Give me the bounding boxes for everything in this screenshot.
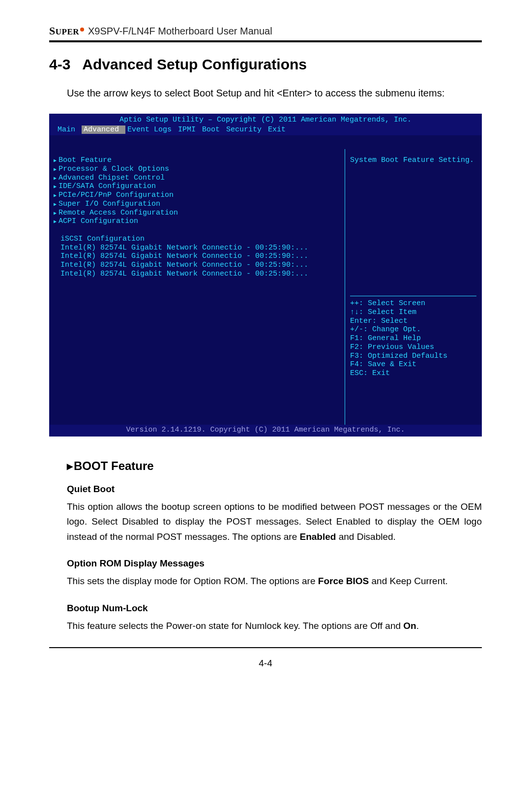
bios-submenu-item[interactable]: IDE/SATA Configuration [53,182,341,191]
page-header: SUPER X9SPV-F/LN4F Motherboard User Manu… [49,25,482,40]
section-number: 4-3 [49,56,70,72]
brand-logo: SUPER [49,25,85,37]
bios-footer-bar: Version 2.14.1219. Copyright (C) 2011 Am… [50,425,481,436]
bios-submenu-item[interactable]: Processor & Clock Options [53,165,341,174]
feature-items: Quiet BootThis option allows the bootup … [49,484,482,633]
bios-submenu-item[interactable]: PCIe/PCI/PnP Configuration [53,191,341,200]
bios-submenu-item[interactable]: Advanced Chipset Control [53,174,341,183]
header-rule [49,40,482,42]
feature-item-body: This feature selects the Power-on state … [67,619,482,633]
bios-right-pane: System Boot Feature Setting. ++: Select … [345,149,481,425]
bios-left-pane: Boot FeatureProcessor & Clock OptionsAdv… [50,149,345,425]
brand-rest: UPER [56,27,79,36]
feature-item-title: Option ROM Display Messages [67,558,482,569]
feature-item-title: Quiet Boot [67,484,482,495]
feature-item-body: This option allows the bootup screen opt… [67,500,482,544]
bios-help-box: ++: Select Screen ↑↓: Select Item Enter:… [350,296,476,377]
brand-initial: S [49,25,56,37]
bios-submenu-item[interactable]: Remote Access Configuration [53,209,341,218]
triangle-icon: ▶ [67,462,73,470]
bios-item-description: System Boot Feature Setting. [350,156,476,165]
bios-body: Boot FeatureProcessor & Clock OptionsAdv… [50,135,481,425]
feature-item-body: This sets the display mode for Option RO… [67,574,482,589]
bios-menu-item[interactable]: Security [226,125,266,134]
bios-submenu-item[interactable]: ACPI Configuration [53,217,341,226]
bios-menu-item[interactable]: Event Logs [127,125,176,134]
bios-menu-item[interactable]: Main [58,125,80,134]
bios-menu-bar: Main Advanced Event Logs IPMI Boot Secur… [50,125,481,136]
bios-submenu-item[interactable]: Super I/O Configuration [53,200,341,209]
doc-title: X9SPV-F/LN4F Motherboard User Manual [88,26,272,37]
feature-item-title: Bootup Num-Lock [67,603,482,614]
section-intro: Use the arrow keys to select Boot Setup … [67,86,482,101]
bios-submenu-item[interactable]: Boot Feature [53,156,341,165]
bios-menu-item[interactable]: Boot [202,125,224,134]
brand-dot-icon [80,28,84,31]
page: SUPER X9SPV-F/LN4F Motherboard User Manu… [0,0,531,812]
page-number: 4-4 [49,658,482,669]
boot-feature-title: BOOT Feature [74,459,154,472]
bios-menu-item[interactable]: Exit [268,125,286,134]
bios-menu-item[interactable]: IPMI [178,125,200,134]
bios-screenshot: Aptio Setup Utility – Copyright (C) 2011… [49,114,482,437]
section-title: Advanced Setup Configurations [82,56,307,72]
footer-rule [49,647,482,648]
bios-menu-item[interactable]: Advanced [82,125,125,134]
section-heading: 4-3 Advanced Setup Configurations [49,56,482,73]
bios-item-list: iSCSI Configuration Intel(R) 82574L Giga… [53,235,341,278]
boot-feature-heading: ▶BOOT Feature [67,459,482,473]
bios-title-bar: Aptio Setup Utility – Copyright (C) 2011… [50,114,481,125]
bios-submenu-list: Boot FeatureProcessor & Clock OptionsAdv… [53,156,341,226]
